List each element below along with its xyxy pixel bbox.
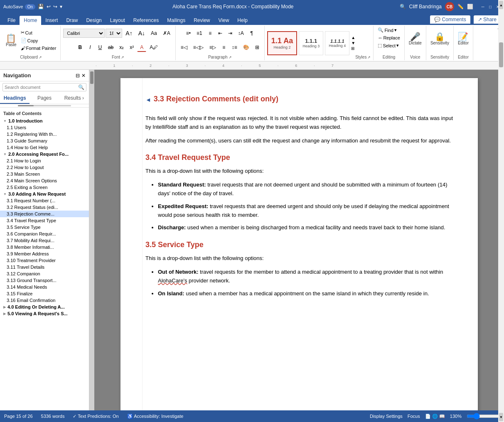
numbering-button[interactable]: ≡1	[194, 29, 205, 38]
nav-tab-results[interactable]: Results ›	[59, 93, 89, 104]
nav-item-provider[interactable]: 3.10 Treatment Provider	[0, 257, 89, 264]
underline-button[interactable]: U	[96, 43, 105, 52]
document-area[interactable]: ◄ 3.3 Rejection Comments (edit only) Thi…	[94, 70, 504, 410]
nav-item-travel[interactable]: 3.11 Travel Details	[0, 264, 89, 270]
nav-expand-icon[interactable]: ⊟	[76, 73, 80, 79]
bold-button[interactable]: B	[76, 43, 85, 52]
paste-button[interactable]: 📋 Paste	[4, 28, 18, 52]
tab-draw[interactable]: Draw	[62, 16, 82, 25]
shading-button[interactable]: 🎨	[241, 43, 252, 52]
nav-item-accessing[interactable]: ▼ 2.0 Accessing Request Fo...	[0, 151, 89, 157]
nav-item-users[interactable]: 1.1 Users	[0, 124, 89, 131]
print-view-button[interactable]: 📄	[425, 414, 431, 419]
search-icon[interactable]: 🔍	[400, 4, 406, 10]
nav-item-help[interactable]: 1.4 How to Get Help	[0, 144, 89, 151]
nav-item-finalize[interactable]: 3.15 Finalize	[0, 290, 89, 297]
paragraph-expand-icon[interactable]: ↗	[229, 55, 232, 59]
zoom-slider[interactable]	[467, 413, 500, 420]
sort-button[interactable]: ↕A	[236, 29, 246, 38]
copy-button[interactable]: 📄 Copy	[19, 37, 58, 44]
font-family-select[interactable]: Calibri	[63, 29, 105, 38]
nav-tab-pages[interactable]: Pages	[30, 93, 59, 104]
nav-item-address[interactable]: 3.9 Member Address	[0, 250, 89, 257]
style-heading3[interactable]: 1.1.1 Heading 3	[299, 31, 323, 55]
user-avatar[interactable]: CB	[445, 2, 454, 11]
borders-button[interactable]: ⊞	[253, 43, 262, 52]
align-left-button[interactable]: ≡◁	[178, 43, 190, 52]
align-center-button[interactable]: ≡◁▷	[191, 43, 206, 52]
styles-scroll-down[interactable]: ▼	[351, 41, 355, 45]
nav-item-reqstatus[interactable]: 3.2 Request Status (edi...	[0, 204, 89, 211]
change-case-button[interactable]: Aа	[148, 29, 160, 38]
styles-expand-icon[interactable]: ↗	[367, 55, 371, 59]
editor-button[interactable]: 📝 Editor	[456, 27, 470, 51]
styles-scroll-up[interactable]: ▲	[351, 35, 355, 40]
tab-references[interactable]: References	[129, 16, 163, 25]
tab-help[interactable]: Help	[233, 16, 252, 25]
nav-item-medical[interactable]: 3.14 Medical Needs	[0, 284, 89, 290]
nav-item-adding[interactable]: ▼ 3.0 Adding A New Request	[0, 191, 89, 197]
style-heading2[interactable]: 1.1 Aa Heading 2	[267, 31, 297, 55]
justify-button[interactable]: ≡	[219, 43, 229, 52]
nav-item-exiting[interactable]: 2.5 Exiting a Screen	[0, 184, 89, 191]
nav-item-rejection[interactable]: 3.3 Rejection Comme...	[0, 211, 89, 217]
show-marks-button[interactable]: ¶	[247, 29, 256, 38]
font-size-select[interactable]: 18	[106, 29, 122, 38]
nav-item-servicetype[interactable]: 3.5 Service Type	[0, 224, 89, 231]
focus-mode[interactable]: Focus	[408, 414, 420, 419]
dictate-button[interactable]: 🎤 Dictate	[407, 27, 423, 51]
cut-button[interactable]: ✂ Cut	[19, 29, 58, 36]
more-icon[interactable]: ▾	[60, 4, 62, 10]
pen-icon[interactable]: ✏️	[457, 4, 464, 10]
font-color-button[interactable]: A	[137, 43, 146, 52]
clipboard-expand-icon[interactable]: ↗	[39, 55, 42, 59]
strikethrough-button[interactable]: ab	[106, 43, 116, 52]
share-button[interactable]: ↗ Share	[474, 15, 501, 24]
tab-mailings[interactable]: Mailings	[163, 16, 189, 25]
nav-item-viewing[interactable]: ▶ 5.0 Viewing A Request's S...	[0, 310, 89, 317]
nav-item-mobility[interactable]: 3.7 Mobility Aid Requi...	[0, 237, 89, 244]
format-painter-button[interactable]: 🖌 Format Painter	[19, 45, 58, 52]
right-scrollbar[interactable]: ▲ ▼	[498, 70, 504, 410]
nav-item-login[interactable]: 2.1 How to Login	[0, 157, 89, 164]
tab-layout[interactable]: Layout	[106, 16, 129, 25]
decrease-indent-button[interactable]: ⇤	[216, 29, 225, 38]
autosave-toggle[interactable]: AutoSave On	[3, 4, 35, 10]
font-expand-icon[interactable]: ↗	[121, 55, 124, 59]
nav-item-intro[interactable]: ▼ 1.0 Introduction	[0, 118, 89, 124]
styles-expand[interactable]: ⊞	[351, 46, 355, 51]
nav-item-ground[interactable]: 3.13 Ground Transport...	[0, 277, 89, 284]
scroll-track[interactable]	[498, 70, 504, 410]
tab-file[interactable]: File	[3, 16, 20, 25]
subscript-button[interactable]: x₂	[117, 43, 126, 52]
autosave-status[interactable]: On	[25, 4, 35, 10]
bullets-button[interactable]: ≡•	[184, 29, 193, 38]
nav-item-memberinfo[interactable]: 3.8 Member Informati...	[0, 244, 89, 250]
nav-item-reqnum[interactable]: 3.1 Request Number (...	[0, 197, 89, 204]
left-scroll-handle[interactable]	[90, 71, 93, 84]
italic-button[interactable]: I	[86, 43, 95, 52]
highlight-button[interactable]: A🖊	[147, 43, 160, 52]
clear-format-button[interactable]: ✗A	[160, 29, 173, 38]
sensitivity-button[interactable]: 🔒 Sensitivity	[429, 27, 451, 51]
undo-icon[interactable]: ↩	[47, 4, 51, 10]
ribbon-collapse-icon[interactable]: ⬜	[467, 4, 473, 10]
nav-item-companion[interactable]: 3.6 Companion Requir...	[0, 231, 89, 237]
nav-item-registering[interactable]: 1.2 Registering With th...	[0, 131, 89, 137]
tab-home[interactable]: Home	[20, 16, 41, 25]
web-view-button[interactable]: 🌐	[432, 414, 438, 419]
increase-indent-button[interactable]: ⇥	[226, 29, 235, 38]
tab-review[interactable]: Review	[189, 16, 214, 25]
select-button[interactable]: ⬚ Select ▾	[376, 42, 401, 49]
nav-item-mainoptions[interactable]: 2.4 Main Screen Options	[0, 177, 89, 184]
accessibility[interactable]: ♿ Accessibility: Investigate	[127, 414, 184, 419]
find-button[interactable]: 🔍 Find ▾	[376, 27, 401, 34]
line-spacing-button[interactable]: ↕≡	[229, 43, 240, 52]
read-mode-button[interactable]: 📖	[439, 414, 445, 419]
minimize-button[interactable]: ─	[480, 4, 486, 10]
tab-design[interactable]: Design	[82, 16, 106, 25]
multilevel-button[interactable]: ≡	[206, 29, 215, 38]
tab-view[interactable]: View	[214, 16, 234, 25]
tab-insert[interactable]: Insert	[41, 16, 62, 25]
align-right-button[interactable]: ≡▷	[207, 43, 219, 52]
